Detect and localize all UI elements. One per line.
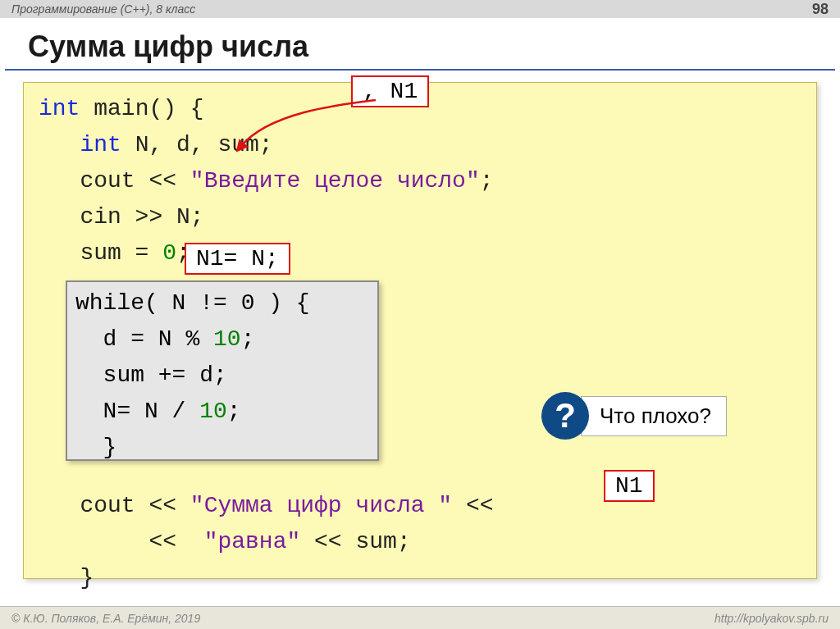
code-text: while( N != 0 ) { (75, 290, 310, 316)
kw-int: int (80, 132, 121, 157)
code-text: ; (241, 326, 255, 352)
string-literal: "равна" (190, 529, 300, 554)
code-text: << (39, 529, 190, 554)
number-literal: 10 (213, 326, 241, 352)
code-text: cout << (39, 168, 190, 194)
code-text: } (39, 565, 94, 590)
code-text: cin >> N; (39, 204, 204, 230)
code-text: ; (480, 168, 494, 194)
code-text: } (75, 435, 116, 460)
course-label: Программирование (C++), 8 класс (11, 0, 195, 18)
code-text: sum += d; (75, 362, 227, 388)
while-box: while( N != 0 ) { d = N % 10; sum += d; … (66, 280, 379, 461)
question-text: Что плохо? (581, 396, 727, 436)
question-mark-icon: ? (541, 392, 589, 440)
number-literal: 0 (162, 240, 176, 266)
number-literal: 10 (199, 399, 227, 424)
code-text: << sum; (300, 529, 410, 554)
code-text: N= N / (75, 399, 199, 424)
code-text: N, d, sum; (121, 132, 273, 157)
callout-mid: N1= N; (185, 243, 290, 275)
page-number: 98 (812, 0, 829, 18)
code-text: << (452, 493, 493, 518)
copyright: © К.Ю. Поляков, Е.А. Ерёмин, 2019 (11, 607, 200, 629)
callout-top: , N1 (351, 75, 429, 107)
code-text: ; (227, 399, 241, 424)
footer: © К.Ю. Поляков, Е.А. Ерёмин, 2019 http:/… (0, 606, 840, 629)
callout-bottom: N1 (604, 470, 655, 502)
topbar: Программирование (C++), 8 класс 98 (0, 0, 840, 18)
code-text: sum = (39, 240, 162, 266)
footer-url: http://kpolyakov.spb.ru (714, 607, 829, 629)
code-text: d = N % (75, 326, 213, 352)
string-literal: "Сумма цифр числа " (190, 493, 452, 518)
code-text: cout << (39, 493, 190, 518)
code-text: main() { (80, 96, 203, 121)
kw-int: int (39, 96, 80, 121)
slide: Программирование (C++), 8 класс 98 Сумма… (0, 0, 840, 629)
question-callout: ? Что плохо? (541, 392, 727, 440)
string-literal: "Введите целое число" (190, 168, 480, 194)
page-title: Сумма цифр числа (5, 18, 835, 71)
